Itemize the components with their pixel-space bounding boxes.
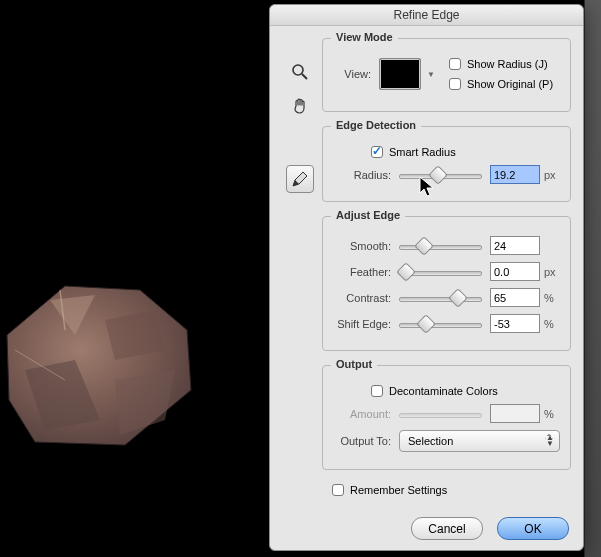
show-radius-checkbox[interactable] [449, 58, 461, 70]
radius-label: Radius: [333, 169, 399, 181]
group-legend: View Mode [331, 31, 398, 43]
refine-edge-dialog: Refine Edge View Mode View: ▼ [269, 4, 584, 551]
group-legend: Edge Detection [331, 119, 421, 131]
remember-settings-label: Remember Settings [350, 484, 447, 496]
remember-row: Remember Settings [332, 484, 571, 496]
hand-tool[interactable] [287, 93, 313, 119]
shift-edge-slider[interactable] [399, 317, 482, 331]
feather-input[interactable] [490, 262, 540, 281]
smooth-slider[interactable] [399, 239, 482, 253]
amount-unit: % [540, 408, 560, 420]
feather-label: Feather: [333, 266, 399, 278]
shift-edge-unit: % [540, 318, 560, 330]
view-mode-group: View Mode View: ▼ Show Radius (J) Show O… [322, 38, 571, 112]
chevron-down-icon[interactable]: ▼ [427, 70, 435, 79]
edge-detection-group: Edge Detection Smart Radius Radius: px [322, 126, 571, 202]
output-to-value: Selection [408, 435, 453, 447]
contrast-slider[interactable] [399, 291, 482, 305]
decontaminate-label: Decontaminate Colors [389, 385, 498, 397]
show-original-label: Show Original (P) [467, 78, 553, 90]
canvas-rock [5, 280, 195, 450]
app-right-strip [584, 0, 601, 557]
tool-column [284, 51, 316, 201]
output-to-label: Output To: [333, 435, 399, 447]
svg-point-0 [293, 65, 303, 75]
amount-label: Amount: [333, 408, 399, 420]
view-label: View: [333, 68, 379, 80]
zoom-tool[interactable] [287, 59, 313, 85]
output-to-select[interactable]: Selection ▲▼ [399, 430, 560, 452]
show-radius-label: Show Radius (J) [467, 58, 548, 70]
svg-line-1 [302, 74, 307, 79]
smooth-input[interactable] [490, 236, 540, 255]
show-original-checkbox[interactable] [449, 78, 461, 90]
amount-input [490, 404, 540, 423]
amount-slider [399, 407, 482, 421]
group-legend: Adjust Edge [331, 209, 405, 221]
radius-unit: px [540, 169, 560, 181]
shift-edge-label: Shift Edge: [333, 318, 399, 330]
smooth-label: Smooth: [333, 240, 399, 252]
feather-slider[interactable] [399, 265, 482, 279]
view-thumbnail[interactable] [379, 58, 421, 90]
smart-radius-label: Smart Radius [389, 146, 456, 158]
contrast-input[interactable] [490, 288, 540, 307]
group-legend: Output [331, 358, 377, 370]
output-group: Output Decontaminate Colors Amount: % Ou… [322, 365, 571, 470]
decontaminate-checkbox[interactable] [371, 385, 383, 397]
contrast-unit: % [540, 292, 560, 304]
cancel-button[interactable]: Cancel [411, 517, 483, 540]
radius-input[interactable] [490, 165, 540, 184]
dialog-title[interactable]: Refine Edge [270, 5, 583, 26]
radius-slider[interactable] [399, 168, 482, 182]
feather-unit: px [540, 266, 560, 278]
ok-button[interactable]: OK [497, 517, 569, 540]
refine-radius-tool[interactable] [286, 165, 314, 193]
smart-radius-checkbox[interactable] [371, 146, 383, 158]
shift-edge-input[interactable] [490, 314, 540, 333]
adjust-edge-group: Adjust Edge Smooth: Feather: px Contrast… [322, 216, 571, 351]
contrast-label: Contrast: [333, 292, 399, 304]
remember-settings-checkbox[interactable] [332, 484, 344, 496]
